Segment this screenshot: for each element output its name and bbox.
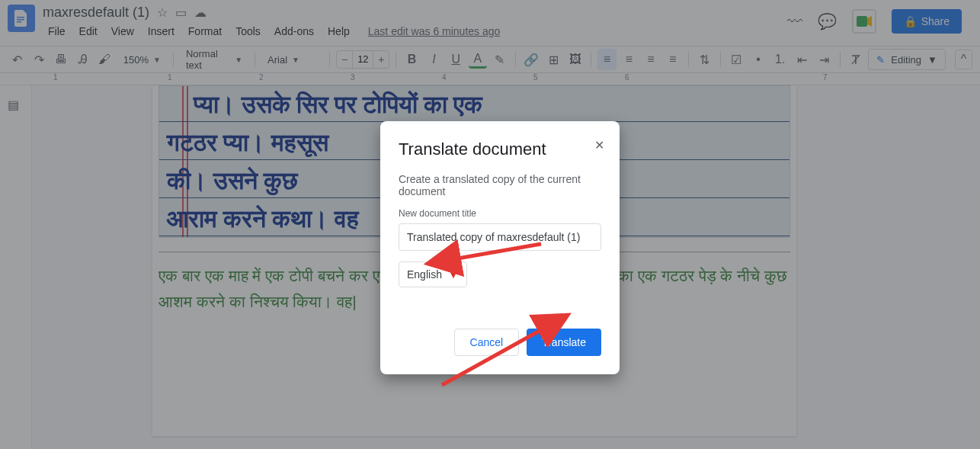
cancel-button[interactable]: Cancel [454, 329, 520, 356]
chevron-down-icon: ▼ [448, 268, 459, 281]
translate-button[interactable]: Translate [527, 329, 601, 356]
language-dropdown[interactable]: English ▼ [399, 261, 467, 287]
language-value: English [407, 268, 442, 281]
title-field-label: New document title [399, 208, 601, 219]
close-icon[interactable]: ✕ [594, 138, 604, 152]
translate-dialog: Translate document ✕ Create a translated… [380, 121, 620, 374]
new-title-input[interactable] [399, 223, 601, 251]
dialog-subtitle: Create a translated copy of the current … [399, 173, 601, 197]
dialog-title: Translate document [399, 140, 601, 159]
